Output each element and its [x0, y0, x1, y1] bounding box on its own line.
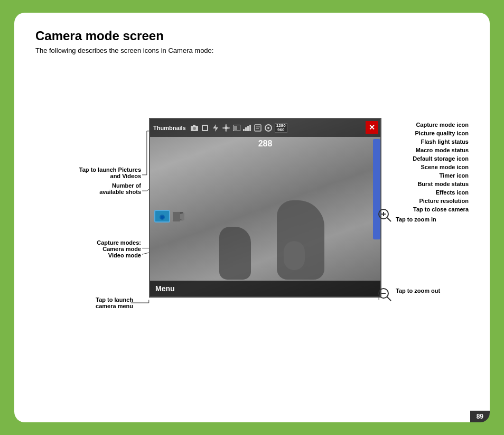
svg-point-44 [228, 127, 230, 129]
menu-label: Menu [155, 284, 175, 293]
svg-point-41 [225, 124, 227, 126]
svg-point-43 [222, 127, 225, 129]
svg-rect-47 [243, 129, 245, 131]
svg-rect-46 [234, 126, 237, 130]
burst-mode-status-label: Burst mode status [417, 181, 469, 187]
svg-rect-57 [160, 211, 164, 214]
shot-count: 288 [258, 139, 273, 149]
svg-rect-48 [245, 127, 247, 131]
macro-mode-status-label: Macro mode status [416, 147, 469, 153]
svg-rect-60 [173, 212, 180, 221]
capture-mode-icon-label: Capture mode icon [416, 122, 469, 128]
zoom-out-icon[interactable] [377, 287, 392, 304]
svg-line-68 [387, 297, 391, 301]
thumbnails-label: Thumbnails [153, 125, 186, 131]
tap-close-camera-label: Tap to close camera [413, 206, 469, 212]
scene-toolbar-icon [254, 124, 262, 132]
tap-zoom-in-label: Tap to zoom in [396, 216, 436, 223]
svg-point-40 [225, 126, 228, 129]
effects-icon-label: Effects icon [436, 189, 469, 196]
svg-rect-38 [202, 125, 208, 131]
svg-rect-50 [249, 125, 251, 131]
svg-marker-39 [213, 124, 218, 132]
svg-point-55 [267, 127, 269, 129]
flash-light-status-label: Flash light status [421, 138, 469, 145]
flash-toolbar-icon [211, 124, 220, 132]
svg-point-59 [161, 216, 164, 219]
capture-mode-icons [154, 210, 184, 223]
number-shots-label: Number ofavailable shots [35, 182, 141, 195]
content-area: Thumbnails [35, 65, 469, 409]
svg-rect-51 [255, 125, 261, 131]
page-container: Camera mode screen The following describ… [14, 13, 490, 422]
timer-icon-label: Timer icon [440, 172, 469, 179]
picture-quality-icon-label: Picture quality icon [415, 130, 469, 136]
page-subtitle: The following describes the screen icons… [35, 47, 469, 54]
picture-quality-toolbar-icon [201, 124, 209, 132]
picture-resolution-label: Picture resolution [419, 198, 469, 204]
camera-toolbar: Thumbnails [150, 119, 380, 137]
effects-toolbar-icon [264, 124, 273, 132]
default-storage-icon-label: Default storage icon [413, 155, 469, 162]
camera-mode-toolbar-icon [190, 124, 199, 132]
page-number: 89 [470, 411, 490, 422]
svg-rect-49 [247, 126, 249, 131]
camera-mode-icon[interactable] [154, 210, 170, 223]
zoom-in-icon[interactable] [377, 208, 392, 225]
burst-toolbar-icon [243, 124, 251, 132]
capture-modes-label: Capture modes:Camera modeVideo mode [35, 239, 141, 258]
resolution-toolbar-icon: 1280960 [275, 123, 287, 133]
video-mode-icon[interactable] [172, 211, 184, 221]
storage-toolbar-icon [232, 124, 241, 132]
svg-rect-36 [193, 125, 195, 126]
tap-launch-pictures-label: Tap to launch Picturesand Videos [35, 166, 141, 179]
svg-marker-61 [180, 213, 184, 220]
tap-launch-menu-label: Tap to launchcamera menu [35, 297, 133, 309]
svg-point-42 [225, 129, 227, 132]
camera-screen: Thumbnails [149, 118, 381, 298]
svg-line-65 [387, 218, 391, 221]
camera-menu-bar[interactable]: Menu [150, 281, 380, 297]
tap-zoom-out-label: Tap to zoom out [396, 288, 440, 294]
close-camera-icon[interactable]: ✕ [366, 121, 378, 134]
page-title: Camera mode screen [35, 29, 469, 43]
macro-toolbar-icon [222, 124, 230, 132]
svg-point-37 [193, 127, 196, 130]
scene-mode-icon-label: Scene mode icon [421, 164, 469, 170]
resolution-text: 1280960 [276, 124, 286, 132]
